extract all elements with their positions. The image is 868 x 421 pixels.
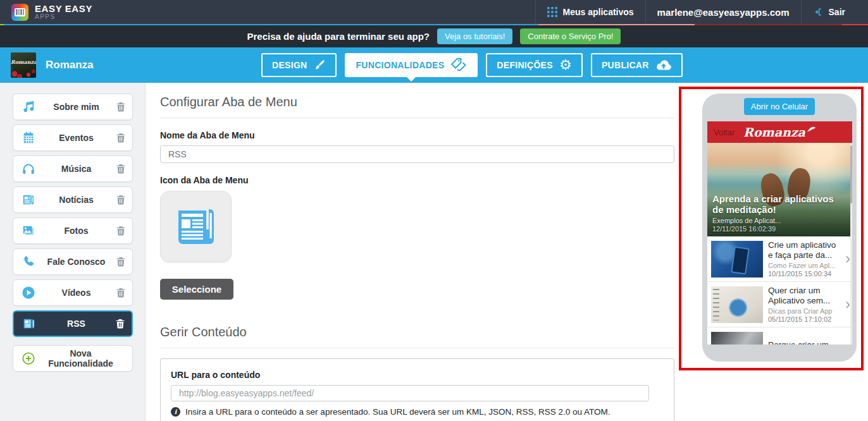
featured-title: Aprenda a criar aplicativos de meditação…: [712, 193, 847, 216]
phone-screen: Voltar Romanza Aprenda a criar aplicativ…: [707, 121, 852, 345]
trash-icon[interactable]: [116, 102, 125, 112]
sidebar-item-label: Eventos: [37, 133, 116, 143]
tab-definicoes-label: DEFINIÇÕES: [497, 60, 553, 70]
my-apps-button[interactable]: Meus aplicativos: [536, 0, 645, 24]
headphones-icon: [20, 162, 37, 176]
quill-flourish-icon: [807, 125, 816, 133]
app-logo: Romanza: [743, 125, 816, 139]
apps-grid-icon: [547, 7, 557, 17]
brand-text: EASY EASY APPS: [35, 4, 92, 20]
trash-icon[interactable]: [116, 195, 125, 205]
sidebar-item-sobre-mim[interactable]: Sobre mim: [13, 94, 133, 120]
url-label: URL para o conteúdo: [171, 370, 664, 380]
article-title: Porque criar um Aplicativo...: [768, 340, 842, 345]
tab-bar: DESIGN FUNCIONALIDADES DEFINIÇÕES ⚙ PUBL…: [261, 53, 683, 77]
article-title: Quer criar um Aplicativo sem...: [768, 286, 842, 305]
url-help-text: Insira a URL para o conteúdo a ser apres…: [185, 407, 611, 417]
sidebar-item-label: Fotos: [37, 226, 116, 236]
brand-line2: APPS: [35, 13, 92, 20]
article-subtitle: Dicas para Criar App: [768, 307, 842, 315]
section-title-manage-content: Gerir Conteúdo: [160, 325, 674, 348]
user-email[interactable]: marlene@easyeasyapps.com: [646, 0, 801, 24]
article-list-item[interactable]: Quer criar um Aplicativo sem... Dicas pa…: [707, 282, 852, 327]
article-thumbnail: [711, 241, 763, 278]
phone-icon: [20, 255, 37, 269]
newspaper-icon: [175, 204, 218, 250]
tab-name-input[interactable]: [160, 145, 674, 163]
sidebar-item-label: Sobre mim: [37, 102, 116, 112]
back-button[interactable]: Voltar: [714, 128, 735, 137]
scrollbar-thumb[interactable]: [850, 145, 852, 204]
sidebar-item-musica[interactable]: Música: [13, 156, 133, 182]
article-list-item[interactable]: Porque criar um Aplicativo...: [707, 327, 852, 345]
tutorials-button[interactable]: Veja os tutoriais!: [437, 28, 512, 44]
sidebar-item-rss[interactable]: RSS: [13, 310, 133, 337]
article-date: 10/11/2015 15:00:34: [768, 270, 842, 278]
trash-icon[interactable]: [116, 133, 125, 143]
featured-date: 12/11/2015 16:02:39: [712, 225, 847, 233]
active-tab-pointer: [407, 77, 416, 82]
section-title-configure-tab: Configurar Aba de Menu: [160, 95, 674, 118]
tab-design[interactable]: DESIGN: [261, 53, 337, 77]
my-apps-label: Meus aplicativos: [563, 7, 634, 17]
sidebar-item-eventos[interactable]: Eventos: [13, 125, 133, 151]
sidebar-item-fotos[interactable]: Fotos: [13, 217, 133, 244]
newspaper-icon: [20, 193, 37, 207]
logout-label: Sair: [829, 7, 845, 17]
article-title: Crie um aplicativo e faça parte da...: [768, 240, 842, 260]
add-feature-label: Nova Funcionalidade: [37, 348, 125, 369]
play-icon: [20, 286, 37, 300]
app-thumbnail[interactable]: Romanza: [11, 52, 36, 78]
trash-icon[interactable]: [116, 288, 125, 298]
url-box: URL para o conteúdo i Insira a URL para …: [160, 358, 674, 421]
help-bar: Precisa de ajuda para terminar seu app? …: [0, 25, 868, 47]
trash-icon[interactable]: [116, 257, 125, 267]
sidebar-item-noticias[interactable]: Notícias: [13, 186, 133, 213]
select-icon-button[interactable]: Seleccione: [160, 279, 233, 300]
open-on-mobile-button[interactable]: Abrir no Celular: [744, 98, 815, 115]
brand-logo-group[interactable]: EASY EASY APPS: [11, 4, 92, 21]
cloud-upload-icon: [655, 59, 672, 71]
article-thumbnail: [711, 332, 763, 345]
newspaper-icon: [21, 317, 37, 331]
article-subtitle: Como Fazer um Apl...: [768, 262, 842, 269]
featured-article[interactable]: Aprenda a criar aplicativos de meditação…: [707, 143, 852, 236]
sidebar-item-label: Música: [37, 164, 116, 174]
tab-publicar[interactable]: PUBLICAR: [591, 53, 683, 77]
sidebar-item-label: Notícias: [37, 195, 116, 205]
tab-publicar-label: PUBLICAR: [602, 60, 649, 70]
tab-icon-label: Icon da Aba de Menu: [160, 175, 674, 185]
pro-service-button[interactable]: Contrate o Serviço Pro!: [520, 28, 621, 44]
phone-app-header: Voltar Romanza: [707, 121, 852, 143]
trash-icon[interactable]: [116, 319, 125, 329]
tags-icon: [450, 58, 467, 73]
tab-funcionalidades-label: FUNCIONALIDADES: [356, 60, 444, 70]
logout-button[interactable]: Sair: [802, 0, 857, 24]
featured-subtitle: Exemplos de Aplicat...: [712, 217, 847, 224]
plus-circle-icon: [20, 351, 37, 365]
app-name: Romanza: [46, 59, 94, 71]
help-question: Precisa de ajuda para terminar seu app?: [247, 31, 430, 42]
sidebar-item-fale-conosco[interactable]: Fale Conosco: [13, 248, 133, 275]
sidebar-item-label: Fale Conosco: [37, 257, 116, 267]
info-icon: i: [171, 407, 180, 417]
tab-icon-preview[interactable]: [160, 191, 232, 262]
logout-icon: [813, 7, 823, 17]
user-email-label: marlene@easyeasyapps.com: [657, 7, 790, 18]
article-thumbnail: [711, 286, 763, 323]
trash-icon[interactable]: [116, 164, 125, 174]
photos-icon: [20, 224, 37, 238]
calendar-icon: [20, 131, 37, 145]
url-input[interactable]: [171, 385, 649, 401]
gear-icon: ⚙: [559, 59, 572, 71]
phone-frame: Abrir no Celular Voltar Romanza Aprenda …: [702, 94, 857, 362]
sidebar-item-videos[interactable]: Vídeos: [13, 279, 133, 306]
tab-funcionalidades[interactable]: FUNCIONALIDADES: [345, 53, 478, 77]
paintbrush-icon: [313, 59, 326, 71]
add-feature-button[interactable]: Nova Funcionalidade: [13, 345, 133, 372]
trash-icon[interactable]: [116, 226, 125, 236]
tab-definicoes[interactable]: DEFINIÇÕES ⚙: [486, 53, 583, 77]
article-list-item[interactable]: Crie um aplicativo e faça parte da... Co…: [707, 236, 852, 282]
easyeasyapps-logo-icon: [11, 4, 28, 21]
music-notes-icon: [20, 100, 37, 114]
